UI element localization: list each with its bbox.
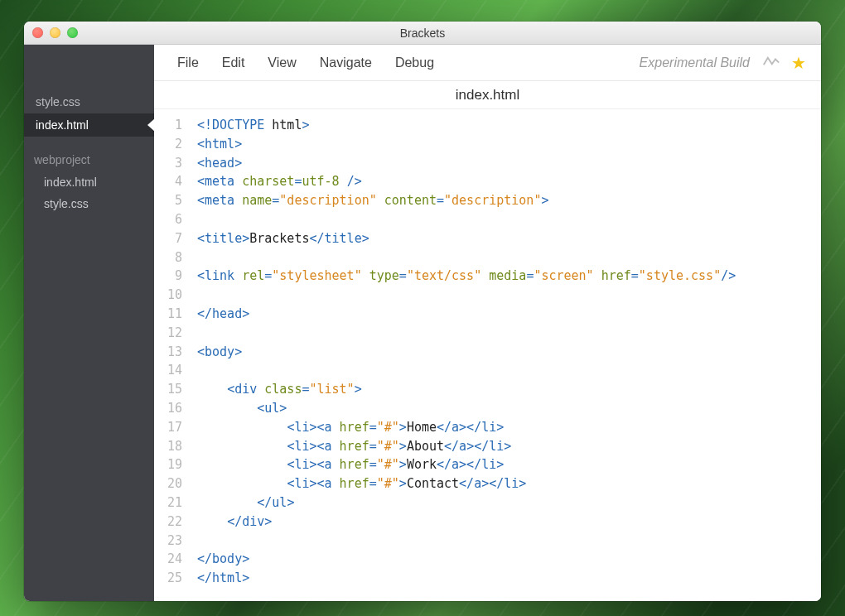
code-line[interactable]: <link rel="stylesheet" type="text/css" m… [197,267,821,286]
menus: FileEditViewNavigateDebug [166,51,446,75]
code-line[interactable]: <head> [197,154,821,173]
code-editor[interactable]: 1234567891011121314151617181920212223242… [154,109,821,601]
line-number: 16 [154,399,182,418]
code-line[interactable]: </ul> [197,493,821,513]
line-number: 2 [154,135,182,154]
code-line[interactable]: <!DOCTYPE html> [197,116,821,135]
code-line[interactable]: </div> [197,513,821,532]
code-content[interactable]: <!DOCTYPE html><html><head><meta charset… [194,116,821,601]
code-line[interactable]: <body> [197,343,821,362]
line-number: 12 [154,324,182,343]
code-line[interactable]: <meta charset=utf-8 /> [197,172,821,191]
code-line[interactable] [197,248,821,267]
sidebar: style.cssindex.html webproject index.htm… [24,45,154,601]
code-line[interactable]: </html> [197,569,821,588]
code-line[interactable]: <meta name="description" content="descri… [197,191,821,210]
code-line[interactable] [197,324,821,343]
working-file-item[interactable]: index.html [24,113,154,137]
line-number: 21 [154,493,182,513]
line-number: 18 [154,437,182,456]
line-number: 8 [154,248,182,267]
code-line[interactable] [197,286,821,305]
menu-navigate[interactable]: Navigate [308,51,384,75]
code-line[interactable] [197,361,821,380]
project-file-item[interactable]: style.css [24,193,154,214]
code-line[interactable]: <html> [197,135,821,154]
main-panel: FileEditViewNavigateDebug Experimental B… [154,45,821,601]
line-number: 5 [154,191,182,210]
titlebar[interactable]: Brackets [24,22,821,45]
line-number: 4 [154,172,182,191]
project-name[interactable]: webproject [24,137,154,171]
maximize-icon[interactable] [67,27,78,38]
experimental-build-label: Experimental Build [640,55,750,70]
code-line[interactable]: </body> [197,550,821,569]
code-line[interactable] [197,532,821,551]
code-line[interactable]: <title>Brackets</title> [197,229,821,248]
minimize-icon[interactable] [50,27,60,38]
line-number: 10 [154,286,182,305]
line-number: 13 [154,343,182,362]
line-number: 7 [154,229,182,248]
content-area: style.cssindex.html webproject index.htm… [24,45,821,601]
menu-edit[interactable]: Edit [210,51,257,75]
code-line[interactable]: <li><a href="#">About</a></li> [197,437,821,456]
code-line[interactable]: <li><a href="#">Contact</a></li> [197,474,821,493]
window-controls [32,27,78,38]
code-line[interactable] [197,210,821,229]
line-number: 17 [154,418,182,437]
project-files-list: index.htmlstyle.css [24,171,154,214]
live-preview-icon[interactable] [763,54,780,71]
menu-view[interactable]: View [256,51,307,75]
working-files-list: style.cssindex.html [24,90,154,137]
window-title: Brackets [400,26,445,40]
menu-file[interactable]: File [166,51,210,75]
working-file-item[interactable]: style.css [24,90,154,113]
code-line[interactable]: </head> [197,305,821,324]
line-number: 14 [154,361,182,380]
line-number: 15 [154,380,182,399]
line-number: 3 [154,154,182,173]
line-number: 11 [154,305,182,324]
line-number: 19 [154,455,182,474]
code-line[interactable]: <li><a href="#">Home</a></li> [197,418,821,437]
star-icon[interactable]: ★ [791,53,806,73]
project-file-item[interactable]: index.html [24,171,154,193]
code-line[interactable]: <li><a href="#">Work</a></li> [197,455,821,474]
line-number: 6 [154,210,182,229]
menu-debug[interactable]: Debug [384,51,446,75]
line-number: 25 [154,569,182,588]
current-file-label: index.html [154,81,821,109]
line-gutter: 1234567891011121314151617181920212223242… [154,116,194,601]
code-line[interactable]: <div class="list"> [197,380,821,399]
line-number: 9 [154,267,182,286]
menu-bar: FileEditViewNavigateDebug Experimental B… [154,45,821,81]
app-window: Brackets style.cssindex.html webproject … [24,22,821,601]
line-number: 20 [154,474,182,493]
line-number: 23 [154,532,182,551]
line-number: 24 [154,550,182,569]
line-number: 22 [154,513,182,532]
close-icon[interactable] [32,27,43,38]
code-line[interactable]: <ul> [197,399,821,418]
line-number: 1 [154,116,182,135]
